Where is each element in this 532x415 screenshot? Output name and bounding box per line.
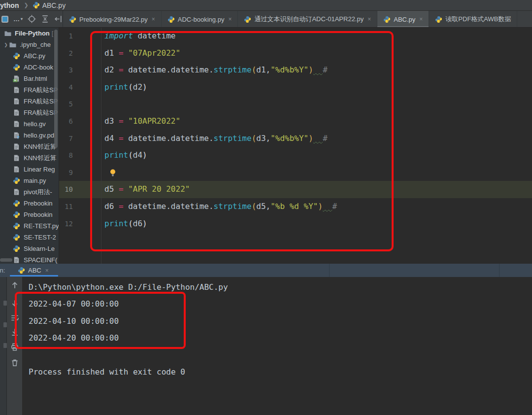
code-line[interactable]: 5 [59,96,532,113]
tree-item[interactable]: ABC.py [0,50,59,62]
line-number[interactable]: 12 [59,215,73,233]
tree-item[interactable]: pivot用法- [0,186,59,198]
print-icon[interactable] [10,343,19,351]
line-number[interactable]: 8 [59,147,73,164]
project-tool-icon[interactable] [0,15,9,24]
code-text: print(d4) [104,147,147,164]
run-tab-close-icon[interactable]: × [45,267,49,274]
editor-tab[interactable]: ADC-booking.py× [162,11,238,28]
tree-item-label: ADC-book [24,64,53,71]
code-line[interactable]: 7d4 = datetime.datetime.strptime(d3,"%d%… [59,130,532,147]
tree-vertical-scrollbar[interactable] [54,30,58,148]
run-tab-python-icon [18,267,25,274]
line-number[interactable]: 6 [59,113,73,130]
tree-item[interactable]: RE-TEST.py [0,220,59,232]
python-file-icon [13,234,21,242]
tree-item[interactable]: FRA航站SP [0,107,59,118]
tree-item[interactable]: FRA航站SP [0,96,59,107]
code-text: print(d2) [104,79,147,96]
tab-close-icon[interactable]: × [228,16,232,23]
toolbar-divider [499,264,499,277]
line-number[interactable]: 3 [59,62,73,79]
tree-item[interactable]: HBar.html [0,73,59,84]
tree-item-label: ABC.py [24,52,45,60]
editor-tab-bar: …▾ Prebooking-29Mar22.py×ADC-booking.py×… [0,11,532,28]
code-line[interactable]: 6d3 = "10APR2022" [59,113,532,130]
tree-item[interactable]: SE-TEST-2 [0,232,59,243]
tab-label: 通过文本识别自动订ADC-01APR22.py [254,15,364,24]
tree-item[interactable]: main.py [0,175,59,186]
editor-tabs: Prebooking-29Mar22.py×ADC-booking.py×通过文… [63,11,532,28]
line-number[interactable]: 9 [59,164,73,181]
tree-item[interactable]: ADC-book [0,62,59,73]
python-file-icon [13,222,21,230]
editor-tab[interactable]: ABC.py× [377,11,429,28]
code-line[interactable]: 4print(d2) [59,79,532,96]
tab-label: ADC-booking.py [178,16,225,23]
code-line[interactable]: 8print(d4) [59,147,532,164]
tree-item[interactable]: ❯.ipynb_che [0,39,59,50]
line-number[interactable]: 1 [59,28,73,45]
console-output[interactable]: D:\Python\python.exe D:/File-Python/ABC.… [23,277,532,415]
line-number[interactable]: 7 [59,130,73,147]
breadcrumb: Python ❯ ABC.py [0,0,532,11]
editor-tab[interactable]: 通过文本识别自动订ADC-01APR22.py× [238,11,377,28]
tree-item[interactable]: hello.gv [0,118,59,130]
python-file-icon [435,16,442,23]
code-line[interactable]: 2d1 = "07Apr2022" [59,45,532,62]
line-number[interactable]: 2 [59,45,73,62]
tree-horizontal-scrollbar[interactable] [0,258,12,262]
soft-wrap-icon[interactable] [10,313,19,322]
svg-text:?: ? [17,135,20,138]
text-file-icon [13,154,21,162]
tab-close-icon[interactable]: × [152,16,155,23]
code-line[interactable]: 3d2 = datetime.datetime.strptime(d1,"%d%… [59,62,532,79]
intention-bulb-icon[interactable] [109,169,117,177]
code-text: d6 = datetime.datetime.strptime(d5,"%b %… [104,198,337,215]
console-line: 2022-04-10 00:00:00 [29,313,532,330]
line-number[interactable]: 11 [59,198,73,215]
tree-item[interactable]: FRA航站SP [0,84,59,96]
code-line-current[interactable]: 10d5 = "APR 20 2022" [59,181,532,198]
line-number[interactable]: 5 [59,96,73,113]
code-editor[interactable]: 1import datetime2d1 = "07Apr2022"3d2 = d… [59,28,532,264]
text-file-icon [13,109,21,117]
chevron-right-icon[interactable]: ❯ [3,42,9,47]
editor-tab[interactable]: 读取PDF格式AWB数据 [429,11,517,28]
scroll-to-end-icon[interactable] [10,328,19,337]
code-line[interactable]: 12print(d6) [59,215,532,233]
text-file-icon [13,188,21,196]
tab-close-icon[interactable]: × [419,16,423,23]
tree-item[interactable]: Prebookin [0,209,59,220]
tree-item[interactable]: File-Python[ [0,28,59,39]
tree-item[interactable]: Sklearn-Le [0,243,59,254]
locate-file-icon[interactable] [28,15,36,24]
breadcrumb-file[interactable]: ABC.py [42,1,66,9]
code-line[interactable]: 1import datetime [59,28,532,45]
tree-item[interactable]: KNN邻近算 [0,141,59,152]
code-line[interactable]: 9 [59,164,532,181]
tool-window-toolbar: …▾ [0,11,63,27]
up-arrow-icon[interactable] [10,281,19,290]
down-arrow-icon[interactable] [10,299,19,308]
collapse-all-icon[interactable] [41,15,49,24]
pycharm-window: Python ❯ ABC.py …▾ Prebooking-29Mar22.py… [0,0,532,415]
code-line[interactable]: 11d6 = datetime.datetime.strptime(d5,"%b… [59,198,532,215]
tree-item-label: SPACEINF( [24,256,57,264]
tree-item[interactable]: ?hello.gv.pd [0,130,59,141]
tree-item[interactable]: Linear Reg [0,164,59,175]
more-options-icon[interactable]: …▾ [14,15,23,24]
tree-item[interactable]: KNN邻近算 [0,152,59,164]
tree-item-label: .ipynb_che [20,41,51,48]
breadcrumb-project[interactable]: Python [0,1,19,9]
tab-close-icon[interactable]: × [367,16,371,23]
console-toolbar [7,277,23,415]
python-file-icon [383,16,391,23]
hide-panel-icon[interactable] [54,15,63,24]
editor-tab[interactable]: Prebooking-29Mar22.py× [63,11,162,28]
line-number[interactable]: 10 [59,181,73,198]
tree-item[interactable]: Prebookin [0,198,59,209]
line-number[interactable]: 4 [59,79,73,96]
clear-console-icon[interactable] [10,358,19,367]
python-file-icon [13,200,21,208]
